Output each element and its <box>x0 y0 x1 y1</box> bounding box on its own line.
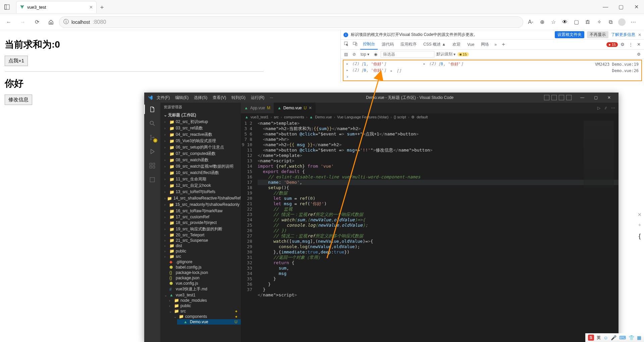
vscode-minimize-icon[interactable]: — <box>576 93 589 103</box>
tree-folder[interactable]: ›📁17_src_customRef <box>163 214 241 220</box>
favorite-icon[interactable]: ☆ <box>548 16 559 28</box>
rail-add-icon[interactable]: ＋ <box>637 222 642 228</box>
search-icon[interactable] <box>148 119 156 127</box>
extension3-icon[interactable]: ⧉ <box>605 16 616 28</box>
menu-more[interactable]: ··· <box>267 95 275 100</box>
tab-welcome[interactable]: 欢迎 <box>450 40 463 49</box>
console-prompt[interactable]: › <box>343 74 641 80</box>
learn-more-link[interactable]: 了解更多信息 <box>611 32 635 38</box>
workspace-root[interactable]: ⌄ 无标题 (工作区) <box>160 112 241 119</box>
tree-folder[interactable]: ›📁05_Vue3的响应式原理 <box>163 138 241 144</box>
expand-icon[interactable]: ▸ <box>346 61 348 67</box>
menu-go[interactable]: 转到(G) <box>229 95 248 101</box>
tree-folder[interactable]: ›📁03_src_ref函数 <box>163 125 241 131</box>
source-link[interactable]: VM2423 Demo.vue:19 <box>595 62 639 67</box>
editor-split-icon[interactable]: ⫽ <box>604 106 608 110</box>
back-icon[interactable]: ← <box>3 16 15 28</box>
code-editor[interactable]: 1 2 3 4 5 6 7 8 9 10 11 12 13 14 15 16 1… <box>241 121 619 342</box>
address-bar[interactable]: ⓘ localhost:8080 <box>59 16 523 28</box>
extensions-icon[interactable] <box>148 162 156 170</box>
rail-close-icon[interactable]: ✕ <box>638 212 642 217</box>
layout-icons[interactable] <box>544 95 572 100</box>
source-link[interactable]: Demo.vue:26 <box>612 68 639 73</box>
menu-run[interactable]: 运行(R) <box>249 95 267 101</box>
breadcrumb[interactable]: ▲ vue3_test1› src› components› ▲Demo.vue… <box>241 113 619 121</box>
tree-folder[interactable]: ›📁15_src_readonly与shallowReadonly <box>163 202 241 208</box>
tab-vue[interactable]: Vue <box>465 40 477 49</box>
tab-console[interactable]: 控制台 <box>360 39 378 50</box>
tree-folder[interactable]: ›📁20_src_Teleport <box>163 232 241 238</box>
menu-view[interactable]: 查看(V) <box>210 95 228 101</box>
site-info-icon[interactable]: ⓘ <box>63 18 69 25</box>
console-sidebar-icon[interactable]: ▤ <box>343 52 349 57</box>
tabs-more-icon[interactable]: » <box>493 42 498 47</box>
clear-console-icon[interactable]: ⊘ <box>351 52 357 57</box>
tab-app[interactable]: 应用程序 <box>398 40 419 49</box>
dismiss-button[interactable]: 不再显示 <box>587 31 608 38</box>
tree-file-vueconfig[interactable]: ⬢vue.config.js <box>163 281 241 286</box>
level-selector[interactable]: 默认级别 ▾ <box>436 51 455 57</box>
modify-button[interactable]: 修改信息 <box>5 95 32 105</box>
ime-mic-icon[interactable]: 🎤 <box>611 335 616 340</box>
tree-project[interactable]: ⌄▲vue3_test1 <box>163 292 241 298</box>
tabs-add-icon[interactable]: ＋ <box>499 41 507 48</box>
zoom-icon[interactable]: ⊕ <box>537 16 547 28</box>
tree-file-readme[interactable]: #vue3快速上手.md <box>163 286 241 292</box>
tree-folder[interactable]: ›📁04_src_reactive函数 <box>163 131 241 138</box>
tree-file-pkglock[interactable]: {}package-lock.json <box>163 270 241 275</box>
read-aloud-icon[interactable]: A» <box>525 16 536 28</box>
error-badge[interactable]: ● 15 <box>606 42 618 47</box>
tree-folder[interactable]: ›📁06_src_setup的两个注意点 <box>163 144 241 151</box>
menu-edit[interactable]: 编辑(E) <box>173 95 191 101</box>
home-icon[interactable] <box>45 16 57 28</box>
devtools-menu-icon[interactable]: ⋮ <box>627 42 634 47</box>
tree-file-demo[interactable]: ▲Demo.vueU <box>177 319 241 325</box>
tree-folder[interactable]: ›📁07_src_computed函数 <box>163 151 241 157</box>
minimize-icon[interactable]: — <box>598 0 613 14</box>
tree-folder-dist[interactable]: ›📁dist <box>163 243 241 248</box>
tree-folder[interactable]: ›📁11_src_生命周期 <box>163 176 241 182</box>
live-expr-icon[interactable]: ◉ <box>373 52 379 57</box>
tree-folder[interactable]: ›📁19_src_响应式数据的判断 <box>163 226 241 232</box>
inspect-icon[interactable] <box>343 42 350 47</box>
settings-icon[interactable]: ⚙ <box>619 42 626 47</box>
editor-more-icon[interactable]: ⋯ <box>611 106 615 110</box>
tree-folder-src[interactable]: ›📁src <box>163 254 241 259</box>
debug-icon[interactable] <box>148 148 156 156</box>
context-selector[interactable]: top ▾ <box>359 52 371 57</box>
tree-folder-public2[interactable]: ›📁public <box>168 303 241 308</box>
ime-kb-icon[interactable]: ⌨ <box>619 335 626 340</box>
tree-folder[interactable]: ›📁12_src_自定义hook <box>163 182 241 189</box>
editor-tab-app[interactable]: ▲ App.vue M <box>241 103 274 113</box>
tab-sources[interactable]: 源代码 <box>379 40 396 49</box>
remote-icon[interactable] <box>148 176 156 184</box>
expand-icon[interactable]: ▸ <box>423 61 426 67</box>
ime-skin-icon[interactable]: 👕 <box>629 335 634 340</box>
devtools-close-icon[interactable]: ✕ <box>636 42 642 47</box>
vscode-close-icon[interactable]: ✕ <box>602 93 616 103</box>
close-icon[interactable]: ✕ <box>629 0 644 14</box>
ime-emoji-icon[interactable]: ☺ <box>603 335 608 340</box>
scm-icon[interactable]: 9 <box>148 133 156 141</box>
tree-folder[interactable]: ›📁02_src_初识setup <box>163 119 241 125</box>
tree-file-babel[interactable]: ⬢babel.config.js <box>163 265 241 270</box>
collections-eye-icon[interactable]: 👁 <box>559 16 570 28</box>
console-settings-icon[interactable]: ⚙ <box>636 52 642 57</box>
extension2-icon[interactable]: ✧ <box>594 16 604 28</box>
editor-run-icon[interactable]: ▷ <box>597 106 600 110</box>
tree-folder[interactable]: ›📁14_src_shallowReactive与shallowRef <box>163 195 241 202</box>
tree-folder[interactable]: ›📁18_src_provide与inject <box>163 220 241 226</box>
tree-folder[interactable]: ›📁16_src_toRaw与markRaw <box>163 208 241 214</box>
explorer-icon[interactable] <box>148 105 156 113</box>
filter-input[interactable] <box>381 51 434 58</box>
tree-folder[interactable]: ›📁09_src_watch监视ref数据的说明 <box>163 163 241 170</box>
increment-button[interactable]: 点我+1 <box>5 56 28 66</box>
issue-badge[interactable]: ■ 15 <box>458 52 469 56</box>
menu-icon[interactable]: ⋯ <box>628 16 639 28</box>
tree-folder[interactable]: ›📁13_src_toRef与toRefs <box>163 189 241 195</box>
ime-lang[interactable]: 英 <box>597 335 601 341</box>
tree-file-pkg[interactable]: {}package.json <box>163 275 241 281</box>
infobar-close-icon[interactable]: ✕ <box>638 33 641 37</box>
tree-folder[interactable]: ›📁08_src_watch函数 <box>163 157 241 163</box>
refresh-icon[interactable]: ⟳ <box>31 16 43 28</box>
